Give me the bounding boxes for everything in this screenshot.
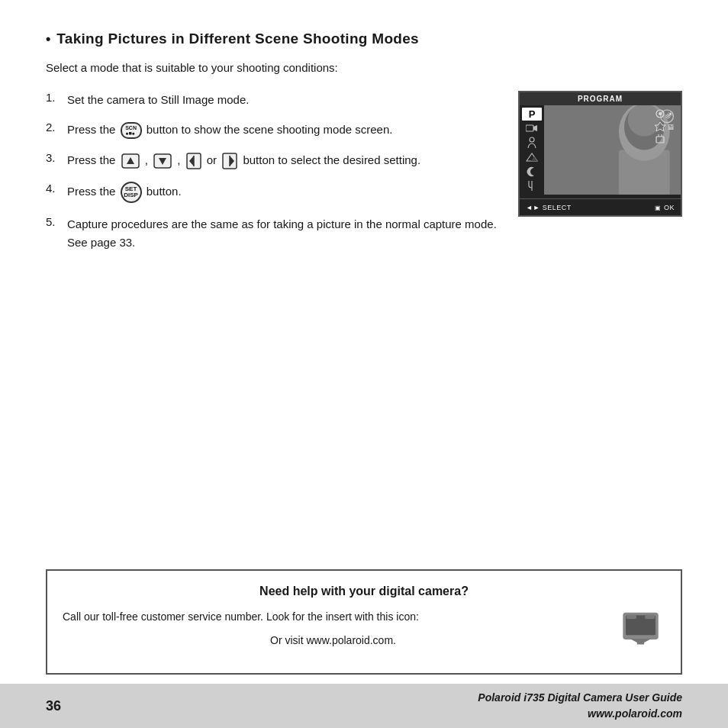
step-4: 4. Press the SETDISP button. <box>46 182 503 203</box>
help-box-visit: Or visit www.polaroid.com. <box>63 633 604 649</box>
svg-rect-36 <box>637 639 644 644</box>
step-3-text-after: button to select the desired setting. <box>243 153 420 166</box>
up-button-icon <box>121 153 140 169</box>
step-4-text-before: Press the <box>67 185 115 198</box>
help-box-body: Call our toll-free customer service numb… <box>63 609 665 661</box>
camera-footer-ok: ▣ OK <box>655 204 675 211</box>
step-2: 2. Press the SCN●■● button to show the s… <box>46 121 503 139</box>
footer-brand-line1: Polaroid i735 Digital Camera User Guide <box>478 690 682 706</box>
svg-point-24 <box>659 112 662 115</box>
cam-icon-video <box>522 122 542 135</box>
step-1-number: 1. <box>46 91 67 104</box>
help-box-body-text: Call our toll-free customer service numb… <box>63 609 604 625</box>
camera-display-body: P <box>520 105 681 195</box>
camera-display-header: PROGRAM <box>520 92 681 105</box>
or-label: or <box>207 153 217 166</box>
main-content: 1. Set the camera to Still Image mode. 2… <box>46 91 682 263</box>
phone-svg <box>616 609 665 659</box>
step-1-content: Set the camera to Still Image mode. <box>67 91 249 108</box>
help-box: Need help with your digital camera? Call… <box>46 569 682 675</box>
svg-marker-26 <box>655 122 665 131</box>
svg-text:☀: ☀ <box>667 110 674 118</box>
cam-icon-moon <box>522 165 542 178</box>
help-box-title: Need help with your digital camera? <box>63 585 665 598</box>
cam-icon-person <box>522 137 542 150</box>
step-2-content: Press the SCN●■● button to show the scen… <box>67 121 392 139</box>
step-3-content: Press the , <box>67 151 420 169</box>
set-button-icon: SETDISP <box>121 182 142 203</box>
page-footer: 36 Polaroid i735 Digital Camera User Gui… <box>0 684 728 728</box>
svg-marker-11 <box>533 125 537 131</box>
step-2-number: 2. <box>46 121 67 134</box>
comma-1: , <box>145 153 151 166</box>
step-5: 5. Capture procedures are the same as fo… <box>46 215 503 251</box>
title-section: • Taking Pictures in Different Scene Sho… <box>46 31 682 47</box>
footer-brand-line2: www.polaroid.com <box>478 706 682 722</box>
step-2-text-after: button to show the scene shooting mode s… <box>147 123 393 136</box>
cam-right-icons: ☀ 🖥 <box>655 108 678 145</box>
camera-photo-bg: ❄ ☀ 🖥 <box>544 105 681 195</box>
step-3-text-before: Press the <box>67 153 115 166</box>
step-2-text-before: Press the <box>67 123 115 136</box>
arrow-icon: ◄► <box>526 204 540 211</box>
phone-icon <box>616 609 665 661</box>
cam-icon-mountain <box>522 150 542 163</box>
page-up-button-icon <box>185 153 202 169</box>
svg-marker-14 <box>531 156 537 161</box>
svg-rect-10 <box>526 125 533 131</box>
subtitle: Select a mode that is suitable to your s… <box>46 61 682 74</box>
cam-icon-P: P <box>522 108 542 121</box>
svg-rect-18 <box>619 150 670 195</box>
step-5-content: Capture procedures are the same as for t… <box>67 215 503 251</box>
comma-2: , <box>177 153 183 166</box>
camera-display-footer: ◄► SELECT ▣ OK <box>520 198 681 215</box>
svg-text:🖥: 🖥 <box>667 123 675 131</box>
title-bullet: • <box>46 31 50 47</box>
footer-brand: Polaroid i735 Digital Camera User Guide … <box>478 690 682 722</box>
steps-column: 1. Set the camera to Still Image mode. 2… <box>46 91 503 263</box>
step-3-number: 3. <box>46 151 67 164</box>
page-title: Taking Pictures in Different Scene Shoot… <box>56 31 419 47</box>
step-4-number: 4. <box>46 182 67 195</box>
svg-point-12 <box>530 137 534 142</box>
svg-rect-34 <box>645 614 655 619</box>
down-button-icon <box>153 153 172 169</box>
step-1: 1. Set the camera to Still Image mode. <box>46 91 503 108</box>
step-4-content: Press the SETDISP button. <box>67 182 182 203</box>
step-5-number: 5. <box>46 215 67 228</box>
step-3: 3. Press the , <box>46 151 503 169</box>
cam-icon-food <box>522 179 542 192</box>
svg-rect-33 <box>627 614 636 619</box>
step-4-text-after: button. <box>147 185 182 198</box>
help-box-text: Call our toll-free customer service numb… <box>63 609 604 649</box>
scn-button-icon: SCN●■● <box>121 122 142 139</box>
camera-display: PROGRAM P <box>518 91 682 217</box>
camera-footer-select: ◄► SELECT <box>526 204 572 211</box>
footer-page-number: 36 <box>46 698 61 714</box>
page-down-button-icon <box>221 153 238 169</box>
svg-rect-28 <box>656 137 664 143</box>
